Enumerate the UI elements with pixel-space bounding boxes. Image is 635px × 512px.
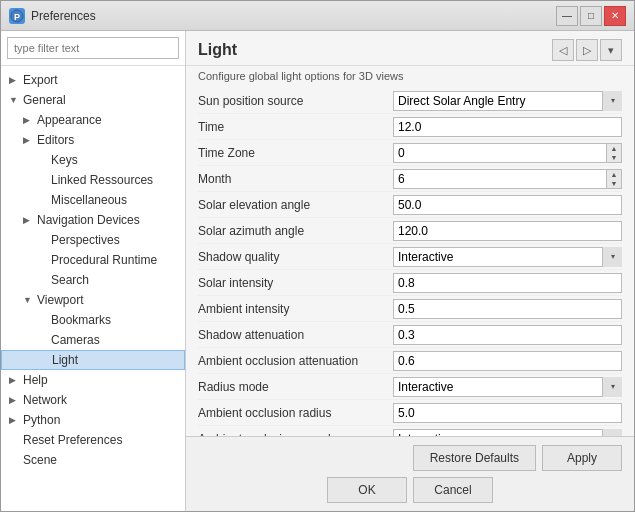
tree-item-appearance[interactable]: ▶Appearance [1, 110, 185, 130]
setting-value-solar-elevation-angle [393, 195, 622, 215]
tree-label-bookmarks: Bookmarks [51, 313, 111, 327]
tree-label-search: Search [51, 273, 89, 287]
tree-item-linked-resources[interactable]: Linked Ressources [1, 170, 185, 190]
select-wrap-sun-position-source: Direct Solar Angle EntrySolar TimeManual… [393, 91, 622, 111]
tree-item-help[interactable]: ▶Help [1, 370, 185, 390]
spinner-input-month[interactable] [393, 169, 606, 189]
tree-item-editors[interactable]: ▶Editors [1, 130, 185, 150]
setting-value-sun-position-source: Direct Solar Angle EntrySolar TimeManual… [393, 91, 622, 111]
setting-label-ambient-intensity: Ambient intensity [198, 302, 393, 316]
apply-button[interactable]: Apply [542, 445, 622, 471]
setting-value-shadow-quality: InteractiveLowMediumHigh▾ [393, 247, 622, 267]
tree-label-light: Light [52, 353, 78, 367]
spinner-up-month[interactable]: ▲ [607, 170, 621, 179]
back-button[interactable]: ◁ [552, 39, 574, 61]
ok-button[interactable]: OK [327, 477, 407, 503]
svg-text:P: P [14, 12, 20, 22]
tree-item-search[interactable]: Search [1, 270, 185, 290]
tree-item-perspectives[interactable]: Perspectives [1, 230, 185, 250]
setting-label-month: Month [198, 172, 393, 186]
tree-arrow-viewport: ▼ [23, 295, 37, 305]
right-panel: Light ◁ ▷ ▾ Configure global light optio… [186, 31, 634, 511]
tree-item-keys[interactable]: Keys [1, 150, 185, 170]
setting-row-radius-mode: Radius modeInteractiveFixed▾ [198, 374, 622, 400]
spinner-wrap-time-zone: ▲▼ [393, 143, 622, 163]
filter-input[interactable] [7, 37, 179, 59]
tree-arrow-appearance: ▶ [23, 115, 37, 125]
input-ambient-occlusion-attenuation[interactable] [393, 351, 622, 371]
setting-row-shadow-attenuation: Shadow attenuation [198, 322, 622, 348]
setting-label-solar-azimuth-angle: Solar azimuth angle [198, 224, 393, 238]
right-header: Light ◁ ▷ ▾ [186, 31, 634, 66]
tree-item-general[interactable]: ▼General [1, 90, 185, 110]
maximize-button[interactable]: □ [580, 6, 602, 26]
input-ambient-occlusion-radius[interactable] [393, 403, 622, 423]
tree-item-export[interactable]: ▶Export [1, 70, 185, 90]
input-ambient-intensity[interactable] [393, 299, 622, 319]
tree-item-network[interactable]: ▶Network [1, 390, 185, 410]
setting-label-shadow-quality: Shadow quality [198, 250, 393, 264]
tree-item-miscellaneous[interactable]: Miscellaneous [1, 190, 185, 210]
tree-item-viewport[interactable]: ▼Viewport [1, 290, 185, 310]
setting-row-ambient-occlusion-radius: Ambient occlusion radius [198, 400, 622, 426]
title-bar: P Preferences — □ ✕ [1, 1, 634, 31]
tree-item-reset-prefs[interactable]: Reset Preferences [1, 430, 185, 450]
input-solar-intensity[interactable] [393, 273, 622, 293]
setting-value-shadow-attenuation [393, 325, 622, 345]
tree-label-keys: Keys [51, 153, 78, 167]
select-sun-position-source[interactable]: Direct Solar Angle EntrySolar TimeManual [393, 91, 622, 111]
restore-defaults-button[interactable]: Restore Defaults [413, 445, 536, 471]
setting-value-ambient-occlusion-attenuation [393, 351, 622, 371]
tree-item-nav-devices[interactable]: ▶Navigation Devices [1, 210, 185, 230]
minimize-button[interactable]: — [556, 6, 578, 26]
select-shadow-quality[interactable]: InteractiveLowMediumHigh [393, 247, 622, 267]
tree-label-nav-devices: Navigation Devices [37, 213, 140, 227]
tree-label-appearance: Appearance [37, 113, 102, 127]
tree-item-bookmarks[interactable]: Bookmarks [1, 310, 185, 330]
setting-row-ambient-occlusion-attenuation: Ambient occlusion attenuation [198, 348, 622, 374]
cancel-button[interactable]: Cancel [413, 477, 493, 503]
spinner-down-month[interactable]: ▼ [607, 179, 621, 188]
forward-button[interactable]: ▷ [576, 39, 598, 61]
tree-label-scene: Scene [23, 453, 57, 467]
tree-item-light[interactable]: Light [1, 350, 185, 370]
tree-label-editors: Editors [37, 133, 74, 147]
tree-item-cameras[interactable]: Cameras [1, 330, 185, 350]
ok-cancel-row: OK Cancel [198, 477, 622, 503]
select-radius-mode[interactable]: InteractiveFixed [393, 377, 622, 397]
setting-label-time: Time [198, 120, 393, 134]
tree-label-cameras: Cameras [51, 333, 100, 347]
tree-label-export: Export [23, 73, 58, 87]
tree-arrow-help: ▶ [9, 375, 23, 385]
spinner-input-time-zone[interactable] [393, 143, 606, 163]
tree-item-scene[interactable]: Scene [1, 450, 185, 470]
select-ambient-occlusion-samples[interactable]: InteractiveLowMediumHigh [393, 429, 622, 437]
setting-value-solar-intensity [393, 273, 622, 293]
input-shadow-attenuation[interactable] [393, 325, 622, 345]
filter-box [1, 31, 185, 66]
title-bar-left: P Preferences [9, 8, 96, 24]
setting-row-ambient-intensity: Ambient intensity [198, 296, 622, 322]
setting-label-ambient-occlusion-radius: Ambient occlusion radius [198, 406, 393, 420]
setting-row-time-zone: Time Zone▲▼ [198, 140, 622, 166]
input-solar-azimuth-angle[interactable] [393, 221, 622, 241]
tree-label-procedural-runtime: Procedural Runtime [51, 253, 157, 267]
setting-row-shadow-quality: Shadow qualityInteractiveLowMediumHigh▾ [198, 244, 622, 270]
tree-item-procedural-runtime[interactable]: Procedural Runtime [1, 250, 185, 270]
menu-button[interactable]: ▾ [600, 39, 622, 61]
input-time[interactable] [393, 117, 622, 137]
select-wrap-ambient-occlusion-samples: InteractiveLowMediumHigh▾ [393, 429, 622, 437]
tree-arrow-export: ▶ [9, 75, 23, 85]
tree-label-perspectives: Perspectives [51, 233, 120, 247]
setting-label-solar-elevation-angle: Solar elevation angle [198, 198, 393, 212]
spinner-wrap-month: ▲▼ [393, 169, 622, 189]
setting-row-solar-azimuth-angle: Solar azimuth angle [198, 218, 622, 244]
input-solar-elevation-angle[interactable] [393, 195, 622, 215]
close-button[interactable]: ✕ [604, 6, 626, 26]
tree-item-python[interactable]: ▶Python [1, 410, 185, 430]
spinner-down-time-zone[interactable]: ▼ [607, 153, 621, 162]
spinner-up-time-zone[interactable]: ▲ [607, 144, 621, 153]
tree-label-python: Python [23, 413, 60, 427]
tree-arrow-network: ▶ [9, 395, 23, 405]
tree-arrow-nav-devices: ▶ [23, 215, 37, 225]
